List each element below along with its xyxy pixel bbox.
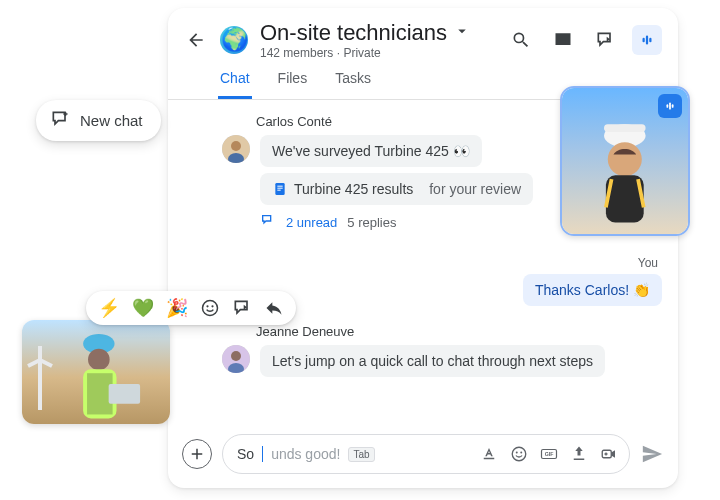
message-row: Let's jump on a quick call to chat throu… bbox=[222, 345, 662, 377]
svg-rect-2 bbox=[646, 36, 648, 45]
chat-panel: 🌍 On-site technicians 142 members · Priv… bbox=[168, 8, 678, 488]
thread-reply-icon bbox=[260, 213, 276, 232]
send-button[interactable] bbox=[640, 442, 664, 466]
svg-rect-34 bbox=[109, 384, 140, 404]
doc-icon bbox=[272, 181, 288, 197]
composer: Sounds good! Tab GIF bbox=[182, 434, 664, 474]
composer-actions: GIF bbox=[479, 444, 619, 464]
tab-key-hint: Tab bbox=[348, 447, 374, 462]
attachment-chip[interactable]: Turbine 425 results for your review bbox=[260, 173, 533, 205]
back-button[interactable] bbox=[184, 28, 208, 52]
upload-icon[interactable] bbox=[569, 444, 589, 464]
emoji-icon[interactable] bbox=[509, 444, 529, 464]
avatar[interactable] bbox=[222, 135, 250, 163]
text-caret bbox=[262, 446, 263, 462]
huddle-audio-badge-icon bbox=[658, 94, 682, 118]
huddle-audio-icon[interactable] bbox=[632, 25, 662, 55]
reaction-toolbar: ⚡ 💚 🎉 bbox=[86, 291, 296, 325]
message-bubble[interactable]: Let's jump on a quick call to chat throu… bbox=[260, 345, 605, 377]
avatar[interactable] bbox=[222, 345, 250, 373]
svg-point-14 bbox=[512, 447, 526, 461]
svg-point-22 bbox=[211, 305, 213, 307]
reply-thread-icon[interactable] bbox=[232, 298, 252, 318]
svg-rect-3 bbox=[649, 38, 651, 43]
svg-rect-8 bbox=[277, 186, 282, 187]
attachment-suffix: for your review bbox=[429, 181, 521, 197]
tab-chat[interactable]: Chat bbox=[218, 70, 252, 99]
message-block-2: Jeanne Deneuve Let's jump on a quick cal… bbox=[222, 324, 662, 377]
message-text: We've surveyed Turbine 425 👀 bbox=[272, 143, 470, 159]
svg-text:GIF: GIF bbox=[545, 451, 555, 457]
tab-tasks[interactable]: Tasks bbox=[333, 70, 373, 99]
title-block: On-site technicians 142 members · Privat… bbox=[260, 20, 494, 60]
present-icon[interactable] bbox=[548, 25, 578, 55]
space-subtitle: 142 members · Private bbox=[260, 46, 494, 60]
technician-photo-card bbox=[22, 320, 170, 424]
new-chat-label: New chat bbox=[80, 112, 143, 129]
svg-point-16 bbox=[520, 452, 522, 454]
format-icon[interactable] bbox=[479, 444, 499, 464]
tab-files[interactable]: Files bbox=[276, 70, 310, 99]
svg-rect-7 bbox=[275, 183, 284, 195]
technician-photo bbox=[22, 320, 170, 424]
video-add-icon[interactable] bbox=[599, 444, 619, 464]
message-input[interactable]: Sounds good! Tab GIF bbox=[222, 434, 630, 474]
svg-point-25 bbox=[608, 143, 642, 177]
typed-text: So bbox=[237, 446, 254, 462]
reply-icon[interactable] bbox=[264, 298, 284, 318]
unread-link[interactable]: 2 unread bbox=[286, 215, 337, 230]
sender-name: Jeanne Deneuve bbox=[256, 324, 662, 339]
space-title[interactable]: On-site technicians bbox=[260, 20, 447, 46]
outgoing-bubble[interactable]: Thanks Carlos! 👏 bbox=[523, 274, 662, 306]
svg-rect-0 bbox=[561, 41, 566, 44]
chat-header: 🌍 On-site technicians 142 members · Priv… bbox=[168, 8, 678, 60]
privacy-label: Private bbox=[343, 46, 380, 60]
add-button[interactable] bbox=[182, 439, 212, 469]
svg-rect-27 bbox=[667, 104, 669, 108]
chevron-down-icon[interactable] bbox=[453, 22, 471, 44]
svg-rect-1 bbox=[643, 38, 645, 43]
header-actions bbox=[506, 25, 662, 55]
you-label: You bbox=[168, 256, 662, 270]
huddle-video-card[interactable] bbox=[560, 86, 690, 236]
svg-point-20 bbox=[203, 301, 218, 316]
reaction-party[interactable]: 🎉 bbox=[166, 297, 188, 319]
new-chat-button[interactable]: New chat bbox=[36, 100, 161, 141]
svg-point-5 bbox=[231, 141, 241, 151]
svg-rect-28 bbox=[669, 103, 671, 110]
space-avatar-globe-icon: 🌍 bbox=[220, 26, 248, 54]
new-chat-icon bbox=[50, 109, 70, 132]
thread-icon[interactable] bbox=[590, 25, 620, 55]
svg-point-15 bbox=[516, 452, 518, 454]
svg-rect-35 bbox=[38, 360, 42, 410]
svg-point-12 bbox=[231, 351, 241, 361]
reaction-bolt[interactable]: ⚡ bbox=[98, 297, 120, 319]
autocomplete-ghost: unds good! bbox=[271, 446, 340, 462]
svg-rect-29 bbox=[672, 104, 674, 108]
svg-rect-24 bbox=[604, 125, 646, 133]
svg-point-31 bbox=[88, 349, 110, 371]
add-emoji-icon[interactable] bbox=[200, 298, 220, 318]
members-count: 142 members bbox=[260, 46, 333, 60]
search-icon[interactable] bbox=[506, 25, 536, 55]
message-text: Let's jump on a quick call to chat throu… bbox=[272, 353, 593, 369]
svg-rect-10 bbox=[277, 190, 280, 191]
outgoing-text: Thanks Carlos! 👏 bbox=[535, 282, 650, 298]
svg-rect-9 bbox=[277, 188, 282, 189]
svg-point-21 bbox=[206, 305, 208, 307]
gif-icon[interactable]: GIF bbox=[539, 444, 559, 464]
message-bubble[interactable]: We've surveyed Turbine 425 👀 bbox=[260, 135, 482, 167]
reaction-heart[interactable]: 💚 bbox=[132, 297, 154, 319]
replies-count[interactable]: 5 replies bbox=[347, 215, 396, 230]
attachment-name: Turbine 425 results bbox=[294, 181, 413, 197]
